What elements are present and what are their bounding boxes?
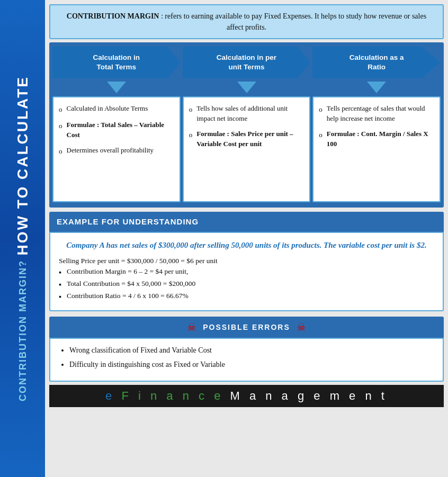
down-arrow-3 xyxy=(312,80,441,94)
bullet-icon: o xyxy=(319,130,322,140)
three-columns-wrapper: Calculation inTotal Terms Calculation in… xyxy=(49,42,444,208)
error-item: Difficulty in distinguishing cost as Fix… xyxy=(69,359,434,370)
top-banner-text: CONTRIBUTION MARGIN : refers to earning … xyxy=(58,11,435,33)
sidebar-text-wrapper: HOW TO CALCULATE CONTRIBUTION MARGIN? xyxy=(15,0,30,477)
bullet-icon: o xyxy=(59,105,62,115)
info-box-per-unit-list: o Tells how sales of additional unit imp… xyxy=(189,104,304,149)
example-bullets-list: ▪ Contribution Margin = 6 – 2 = $4 per u… xyxy=(59,267,434,301)
contribution-margin-rest: : refers to earning available to pay Fix… xyxy=(159,12,426,31)
down-arrow-2 xyxy=(183,80,311,94)
down-arrow-icon-2 xyxy=(237,82,256,93)
list-item-text: Tells percentage of sales that would hel… xyxy=(327,104,434,124)
list-item-text: Formulae : Total Sales – Variable Cost xyxy=(67,120,174,140)
example-intro: Selling Price per unit = $300,000 / 50,0… xyxy=(59,257,434,265)
sidebar-bottom-text: CONTRIBUTION MARGIN? xyxy=(18,260,28,401)
bullet-icon: o xyxy=(319,105,322,115)
sidebar-top-text: HOW TO CALCULATE xyxy=(15,76,30,255)
example-bullet-item: ▪ Contribution Ratio = 4 / 6 x 100 = 66.… xyxy=(59,292,434,301)
example-bullet-text: Total Contribution = $4 x 50,000 = $200,… xyxy=(67,280,195,288)
footer-management: M a n a g e m e n t xyxy=(223,389,388,402)
down-arrow-icon-1 xyxy=(107,82,126,93)
list-item-text: Formulae : Sales Price per unit – Variab… xyxy=(196,129,304,149)
example-highlight: Company A has net sales of $300,000 afte… xyxy=(59,239,434,251)
top-banner: CONTRIBUTION MARGIN : refers to earning … xyxy=(49,4,444,39)
arrow-btn-ratio-label: Calculation as aRatio xyxy=(350,53,404,71)
bullet-icon: o xyxy=(189,105,193,115)
list-item: o Formulae : Cont. Margin / Sales X 100 xyxy=(319,129,434,149)
contribution-margin-bold: CONTRIBUTION MARGIN xyxy=(67,12,159,20)
list-item: o Formulae : Sales Price per unit – Vari… xyxy=(189,129,304,149)
footer-e: e xyxy=(105,389,115,402)
skull-icon-left: ☠ xyxy=(187,321,196,334)
footer: e F i n a n c e M a n a g e m e n t xyxy=(49,385,444,407)
footer-text: e F i n a n c e M a n a g e m e n t xyxy=(105,389,388,402)
skull-icon-right: ☠ xyxy=(297,321,306,334)
info-box-per-unit: o Tells how sales of additional unit imp… xyxy=(183,96,311,202)
footer-finance: F i n a n c e xyxy=(115,389,223,402)
main-container: HOW TO CALCULATE CONTRIBUTION MARGIN? CO… xyxy=(0,0,448,477)
list-item: o Tells how sales of additional unit imp… xyxy=(189,104,304,124)
arrow-btn-per-unit: Calculation in perunit Terms xyxy=(183,47,311,78)
arrow-btn-total: Calculation inTotal Terms xyxy=(52,47,181,78)
example-bullet-item: ▪ Total Contribution = $4 x 50,000 = $20… xyxy=(59,280,434,289)
example-bullet-text: Contribution Margin = 6 – 2 = $4 per uni… xyxy=(67,267,188,276)
list-item: o Tells percentage of sales that would h… xyxy=(319,104,434,124)
info-box-total: o Calculated in Absolute Terms o Formula… xyxy=(52,96,181,202)
example-header: EXAMPLE FOR UNDERSTANDING xyxy=(49,212,444,232)
arrow-btn-ratio: Calculation as aRatio xyxy=(312,47,441,78)
square-bullet-icon: ▪ xyxy=(59,293,61,301)
bullet-icon: o xyxy=(189,130,193,140)
example-bullet-item: ▪ Contribution Margin = 6 – 2 = $4 per u… xyxy=(59,267,434,277)
info-box-ratio: o Tells percentage of sales that would h… xyxy=(312,96,441,202)
example-bullet-text: Contribution Ratio = 4 / 6 x 100 = 66.67… xyxy=(67,292,189,300)
errors-header: ☠ POSSIBLE ERRORS ☠ xyxy=(49,317,444,338)
square-bullet-icon: ▪ xyxy=(59,281,61,289)
errors-list: Wrong classification of Fixed and Variab… xyxy=(59,345,434,370)
sidebar: HOW TO CALCULATE CONTRIBUTION MARGIN? xyxy=(0,0,45,477)
arrow-btn-total-label: Calculation inTotal Terms xyxy=(93,53,140,71)
square-bullet-icon: ▪ xyxy=(59,268,61,277)
list-item-text: Calculated in Absolute Terms xyxy=(67,104,148,114)
info-box-ratio-list: o Tells percentage of sales that would h… xyxy=(319,104,434,149)
list-item-text: Determines overall profitability xyxy=(67,146,154,156)
bullet-icon: o xyxy=(59,121,62,131)
three-boxes: o Calculated in Absolute Terms o Formula… xyxy=(52,96,441,202)
down-arrows xyxy=(52,80,441,94)
list-item: o Determines overall profitability xyxy=(59,146,174,157)
down-arrow-icon-3 xyxy=(367,82,386,93)
errors-body: Wrong classification of Fixed and Variab… xyxy=(49,338,444,382)
example-body: Company A has net sales of $300,000 afte… xyxy=(49,232,444,311)
arrow-headers: Calculation inTotal Terms Calculation in… xyxy=(52,47,441,78)
list-item-text: Formulae : Cont. Margin / Sales X 100 xyxy=(327,129,434,149)
bullet-icon: o xyxy=(59,147,62,157)
info-box-total-list: o Calculated in Absolute Terms o Formula… xyxy=(59,104,174,156)
content-area: CONTRIBUTION MARGIN : refers to earning … xyxy=(45,0,448,477)
errors-header-text: POSSIBLE ERRORS xyxy=(203,323,290,331)
error-item: Wrong classification of Fixed and Variab… xyxy=(69,345,434,356)
list-item: o Formulae : Total Sales – Variable Cost xyxy=(59,120,174,140)
list-item-text: Tells how sales of additional unit impac… xyxy=(196,104,304,124)
list-item: o Calculated in Absolute Terms xyxy=(59,104,174,115)
down-arrow-1 xyxy=(52,80,181,94)
arrow-btn-per-unit-label: Calculation in perunit Terms xyxy=(217,53,276,71)
example-header-text: EXAMPLE FOR UNDERSTANDING xyxy=(57,217,199,226)
